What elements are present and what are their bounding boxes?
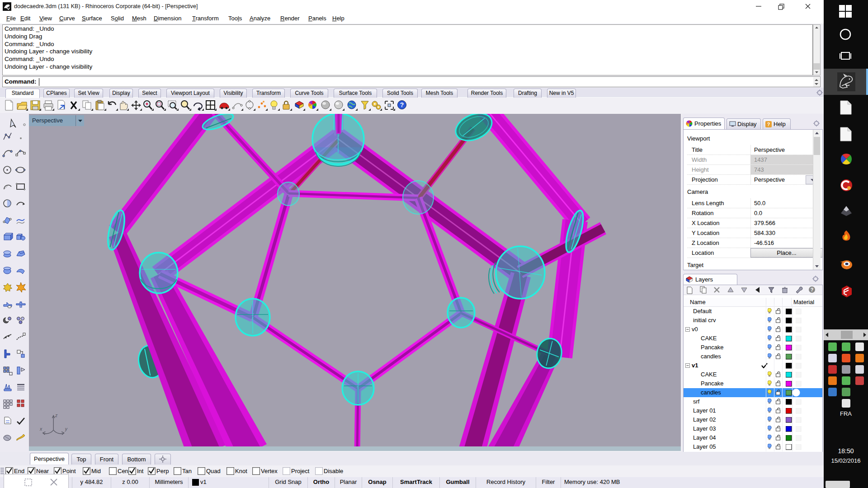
svg-text:?: ? — [811, 287, 814, 292]
svg-text:?: ? — [767, 122, 770, 127]
svg-text:x: x — [39, 427, 42, 432]
svg-text:y: y — [65, 427, 68, 432]
svg-text:?: ? — [400, 101, 404, 108]
svg-text:z: z — [55, 413, 58, 418]
